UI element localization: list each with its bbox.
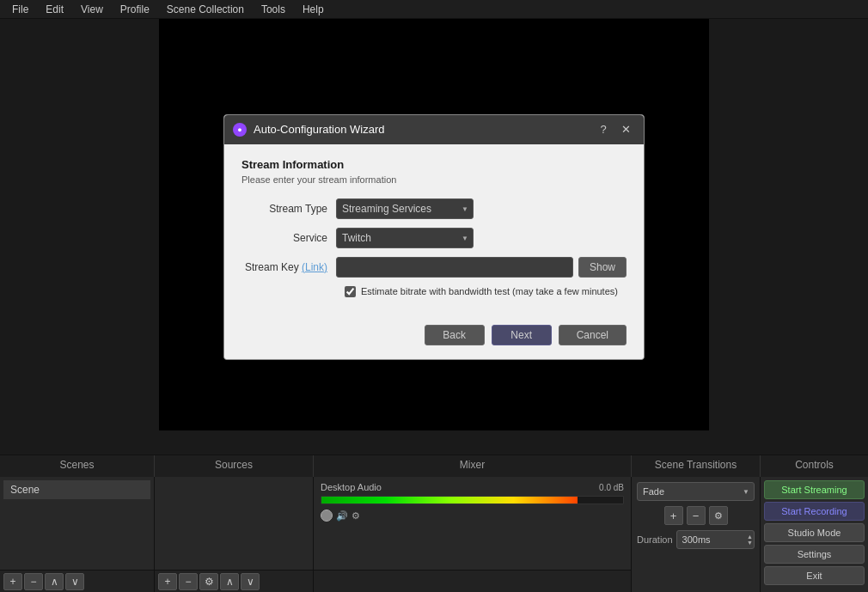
duration-down-arrow[interactable]: ▼	[747, 540, 753, 546]
bottom-panel: Scenes Sources Mixer Scene Transitions C…	[0, 455, 868, 592]
duration-label: Duration	[637, 534, 673, 545]
service-control: Twitch YouTube Facebook Live	[336, 228, 627, 248]
move-source-down-button[interactable]: ∨	[241, 573, 260, 590]
move-source-up-button[interactable]: ∧	[220, 573, 239, 590]
menu-file[interactable]: File	[3, 2, 37, 17]
dialog-section-title: Stream Information	[241, 158, 627, 171]
controls-panel: Start Streaming Start Recording Studio M…	[761, 477, 868, 592]
stream-key-input[interactable]	[336, 257, 573, 278]
mixer-panel: Desktop Audio 0.0 dB 🔊 ⚙	[314, 477, 632, 592]
start-streaming-button[interactable]: Start Streaming	[764, 480, 865, 499]
settings-button[interactable]: Settings	[764, 545, 865, 564]
stream-key-link[interactable]: (Link)	[302, 261, 327, 273]
stream-type-select-wrapper: Streaming Services Custom RTMP Server	[336, 198, 474, 219]
add-scene-button[interactable]: +	[3, 573, 22, 590]
estimate-bitrate-checkbox[interactable]	[345, 286, 356, 297]
transition-btn-row: + − ⚙	[637, 506, 755, 525]
mixer-toolbar	[314, 570, 631, 592]
tab-scene-transitions[interactable]: Scene Transitions	[632, 455, 761, 477]
service-row: Service Twitch YouTube Facebook Live	[241, 228, 627, 248]
dialog-close-button[interactable]: ✕	[616, 120, 635, 139]
auto-config-dialog: ● Auto-Configuration Wizard ? ✕ Stream I…	[223, 114, 645, 360]
bottom-content: Scene + − ∧ ∨ + − ⚙ ∧ ∨	[0, 477, 868, 592]
sources-panel: + − ⚙ ∧ ∨	[155, 477, 314, 592]
transition-select-wrapper: Fade Cut Swipe	[637, 482, 755, 501]
scenes-toolbar: + − ∧ ∨	[0, 570, 154, 592]
scenes-panel: Scene + − ∧ ∨	[0, 477, 155, 592]
back-button[interactable]: Back	[425, 325, 485, 345]
transition-settings-button[interactable]: ⚙	[709, 506, 728, 525]
stream-key-label: Stream Key (Link)	[241, 261, 336, 273]
duration-arrows: ▲ ▼	[747, 534, 753, 546]
dialog-help-button[interactable]: ?	[594, 120, 613, 139]
service-label: Service	[241, 232, 336, 244]
menubar: File Edit View Profile Scene Collection …	[0, 0, 868, 19]
duration-input-wrapper: ▲ ▼	[676, 530, 755, 549]
stream-type-control: Streaming Services Custom RTMP Server	[336, 198, 627, 219]
duration-up-arrow[interactable]: ▲	[747, 534, 753, 540]
add-transition-button[interactable]: +	[664, 506, 683, 525]
service-select[interactable]: Twitch YouTube Facebook Live	[336, 228, 474, 248]
mute-icon[interactable]: 🔊	[336, 510, 348, 522]
bottom-tabs: Scenes Sources Mixer Scene Transitions C…	[0, 455, 868, 477]
main-area: ● Auto-Configuration Wizard ? ✕ Stream I…	[0, 19, 868, 592]
menu-edit[interactable]: Edit	[37, 2, 72, 17]
dialog-overlay: ● Auto-Configuration Wizard ? ✕ Stream I…	[0, 19, 868, 455]
volume-knob[interactable]	[321, 510, 333, 522]
estimate-bitrate-row: Estimate bitrate with bandwidth test (ma…	[345, 286, 627, 297]
tab-scenes[interactable]: Scenes	[0, 455, 155, 477]
add-source-button[interactable]: +	[158, 573, 177, 590]
tab-mixer[interactable]: Mixer	[314, 455, 632, 477]
move-scene-up-button[interactable]: ∧	[45, 573, 64, 590]
stream-type-select[interactable]: Streaming Services Custom RTMP Server	[336, 198, 474, 219]
duration-input[interactable]	[676, 530, 755, 549]
menu-scene-collection[interactable]: Scene Collection	[158, 2, 253, 17]
next-button[interactable]: Next	[492, 325, 552, 345]
menu-help[interactable]: Help	[294, 2, 333, 17]
sources-toolbar: + − ⚙ ∧ ∨	[155, 570, 313, 592]
mixer-settings-icon[interactable]: ⚙	[351, 510, 360, 522]
preview-area: ● Auto-Configuration Wizard ? ✕ Stream I…	[0, 19, 868, 455]
exit-button[interactable]: Exit	[764, 566, 865, 585]
mixer-channel-desktop: Desktop Audio 0.0 dB	[321, 482, 624, 492]
channel-level: 0.0 dB	[599, 483, 624, 492]
studio-mode-button[interactable]: Studio Mode	[764, 523, 865, 542]
menu-view[interactable]: View	[72, 2, 112, 17]
dialog-body: Stream Information Please enter your str…	[224, 144, 644, 314]
remove-scene-button[interactable]: −	[24, 573, 43, 590]
tab-controls[interactable]: Controls	[761, 455, 868, 477]
mixer-content: Desktop Audio 0.0 dB 🔊 ⚙	[314, 477, 631, 570]
duration-row: Duration ▲ ▼	[637, 530, 755, 549]
start-recording-button[interactable]: Start Recording	[764, 502, 865, 521]
controls-content: Start Streaming Start Recording Studio M…	[761, 477, 868, 592]
dialog-titlebar-right: ? ✕	[594, 120, 635, 139]
scene-item[interactable]: Scene	[3, 480, 150, 499]
dialog-section-subtitle: Please enter your stream information	[241, 174, 627, 185]
transitions-panel: Fade Cut Swipe + − ⚙ Duration	[632, 477, 761, 592]
dialog-footer: Back Next Cancel	[224, 314, 644, 359]
menu-profile[interactable]: Profile	[112, 2, 158, 17]
dialog-logo-icon: ●	[233, 123, 247, 137]
tab-sources[interactable]: Sources	[155, 455, 314, 477]
estimate-bitrate-label: Estimate bitrate with bandwidth test (ma…	[361, 286, 618, 296]
source-settings-button[interactable]: ⚙	[199, 573, 218, 590]
dialog-title: Auto-Configuration Wizard	[254, 123, 384, 136]
cancel-button[interactable]: Cancel	[559, 325, 627, 345]
mixer-controls-row: 🔊 ⚙	[321, 510, 624, 522]
menu-tools[interactable]: Tools	[253, 2, 294, 17]
dialog-titlebar: ● Auto-Configuration Wizard ? ✕	[224, 115, 644, 144]
stream-type-label: Stream Type	[241, 203, 336, 215]
stream-key-control: Show	[336, 257, 627, 278]
transitions-content: Fade Cut Swipe + − ⚙ Duration	[632, 477, 760, 540]
remove-source-button[interactable]: −	[179, 573, 198, 590]
move-scene-down-button[interactable]: ∨	[65, 573, 84, 590]
transition-type-select[interactable]: Fade Cut Swipe	[637, 482, 755, 501]
remove-transition-button[interactable]: −	[687, 506, 706, 525]
meter-bar	[321, 496, 624, 504]
channel-name: Desktop Audio	[321, 482, 394, 492]
service-select-wrapper: Twitch YouTube Facebook Live	[336, 228, 474, 248]
stream-key-row: Stream Key (Link) Show	[241, 257, 627, 278]
meter-fill	[321, 497, 578, 504]
dialog-titlebar-left: ● Auto-Configuration Wizard	[233, 123, 384, 137]
show-stream-key-button[interactable]: Show	[578, 257, 627, 278]
